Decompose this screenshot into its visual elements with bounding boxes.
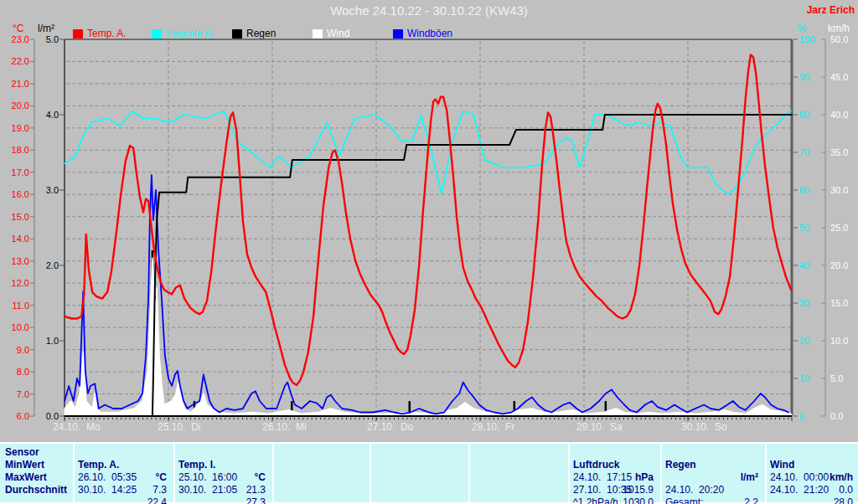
svg-text:10: 10	[799, 373, 809, 383]
svg-text:11.0: 11.0	[12, 301, 29, 311]
svg-text:4.0: 4.0	[46, 110, 59, 120]
svg-text:8.0: 8.0	[17, 367, 29, 377]
svg-text:6.0: 6.0	[17, 411, 29, 421]
max-row: 30.10. 21:05 27.3	[178, 471, 266, 484]
svg-text:15.0: 15.0	[12, 212, 29, 222]
svg-text:100: 100	[799, 34, 814, 44]
weather-week-chart-window: Woche 24.10.22 - 30.10.22 (KW43) Jarz Er…	[0, 0, 858, 504]
svg-text:50.0: 50.0	[830, 34, 848, 44]
max-value: 1030.0	[623, 496, 654, 504]
svg-text:5.0: 5.0	[830, 373, 843, 383]
svg-text:15.0: 15.0	[830, 298, 848, 308]
max-value: 27.3	[246, 496, 266, 504]
x-axis-day-label: 27.10. Do	[367, 421, 413, 433]
svg-text:5.0: 5.0	[46, 34, 59, 44]
svg-text:10.0: 10.0	[830, 336, 848, 346]
svg-text:20.0: 20.0	[12, 100, 29, 111]
avg-row: 25.16	[178, 484, 266, 496]
svg-text:19.0: 19.0	[12, 123, 29, 133]
col-header: Luftdruck hPa	[573, 446, 654, 459]
svg-text:60: 60	[799, 185, 809, 195]
table-col-regen: Regen l/m² 24.10. 20:20 2.2 Gesamt: 4.0	[665, 446, 758, 496]
avg-row: Gesamt: 4.0	[665, 484, 758, 496]
row-label-sensor: Sensor	[5, 446, 70, 459]
table-separator	[568, 444, 570, 502]
svg-text:0.0: 0.0	[46, 411, 59, 421]
table-separator	[660, 444, 662, 502]
max-row: 27.10. 10:35 1030.0	[573, 471, 654, 484]
x-axis-day-label: 30.10. So	[681, 421, 727, 433]
x-axis-day-label: 26.10. Mi	[262, 421, 307, 433]
max-value: 28.0	[834, 496, 853, 504]
avg-row: 13.51	[78, 484, 167, 496]
table-col-temp-i: Temp. I. °C 25.10. 16:00 21.3 30.10. 21:…	[178, 446, 266, 496]
svg-text:80: 80	[799, 110, 809, 120]
x-axis-day-label: 28.10. Fr	[472, 421, 514, 433]
svg-text:23.0: 23.0	[12, 34, 29, 44]
table-col-temp-a: Temp. A. °C 26.10. 05:35 7.3 30.10. 14:2…	[78, 446, 167, 496]
svg-text:22.0: 22.0	[12, 56, 29, 66]
svg-text:13.0: 13.0	[12, 256, 29, 266]
max-row: 24.10. 20:20 2.2	[665, 471, 758, 484]
svg-text:35.0: 35.0	[830, 147, 848, 157]
svg-text:20: 20	[799, 336, 809, 346]
x-axis-day-label: 24.10. Mo	[53, 421, 101, 433]
avg-label: Gesamt:	[665, 496, 703, 504]
col-header: Regen l/m²	[665, 446, 758, 459]
row-label-minwert: MinWert	[5, 459, 70, 471]
svg-text:3.0: 3.0	[46, 185, 59, 195]
table-row-labels: Sensor MinWert MaxWert Durchschnitt	[5, 446, 70, 496]
max-value: 2.2	[744, 496, 758, 504]
svg-text:30: 30	[799, 298, 809, 308]
table-separator	[73, 444, 75, 502]
table-separator	[272, 444, 274, 502]
table-separator	[765, 444, 767, 502]
svg-text:90: 90	[799, 72, 809, 82]
stats-table: Sensor MinWert MaxWert Durchschnitt Temp…	[0, 442, 858, 504]
col-header: Wind km/h	[770, 446, 853, 459]
svg-text:17.0: 17.0	[12, 167, 29, 177]
weather-plot: 23.022.021.020.019.018.017.016.015.014.0…	[0, 0, 858, 442]
max-value: 22.4	[147, 496, 167, 504]
avg-row: ^1.2hPa/h 1023.9	[573, 484, 654, 496]
svg-text:16.0: 16.0	[12, 189, 29, 199]
svg-text:70: 70	[799, 147, 809, 157]
table-separator	[173, 444, 175, 502]
svg-text:45.0: 45.0	[830, 72, 848, 82]
min-row: 25.10. 16:00 21.3	[178, 459, 266, 471]
svg-text:10.0: 10.0	[12, 322, 29, 332]
svg-text:1.0: 1.0	[46, 336, 59, 346]
svg-text:30.0: 30.0	[830, 185, 848, 195]
min-row: 24.10. 17:15 1015.9	[573, 459, 654, 471]
svg-text:18.0: 18.0	[12, 145, 29, 155]
row-label-maxwert: MaxWert	[5, 471, 70, 484]
svg-text:7.0: 7.0	[17, 389, 29, 399]
table-separator	[468, 444, 470, 502]
table-separator	[370, 444, 371, 502]
svg-text:14.0: 14.0	[12, 234, 29, 244]
svg-text:40.0: 40.0	[830, 110, 848, 120]
svg-text:9.0: 9.0	[17, 345, 29, 355]
col-header: Temp. A. °C	[78, 446, 167, 459]
svg-text:40: 40	[799, 260, 809, 270]
max-row: 30.10. 14:25 22.4	[78, 471, 167, 484]
min-row	[665, 459, 758, 471]
svg-text:0: 0	[799, 411, 804, 421]
row-label-durchschnitt: Durchschnitt	[5, 484, 70, 496]
min-row: 24.10. 00:00 0.0	[770, 459, 853, 471]
table-col-wind: Wind km/h 24.10. 00:00 0.0 24.10. 21:20 …	[770, 446, 853, 496]
svg-text:0.0: 0.0	[830, 411, 843, 421]
x-axis-day-label: 25.10. Di	[158, 421, 200, 433]
avg-label: ^1.2hPa/h	[573, 496, 618, 504]
svg-text:20.0: 20.0	[830, 260, 848, 270]
max-row: 24.10. 21:20 28.0	[770, 471, 853, 484]
avg-row: 0.4	[770, 484, 853, 496]
svg-text:12.0: 12.0	[12, 278, 29, 288]
table-col-luftdruck: Luftdruck hPa 24.10. 17:15 1015.9 27.10.…	[573, 446, 654, 496]
svg-text:25.0: 25.0	[830, 223, 848, 233]
x-axis-day-label: 29.10. Sa	[576, 421, 623, 433]
col-header: Temp. I. °C	[178, 446, 266, 459]
min-row: 26.10. 05:35 7.3	[78, 459, 167, 471]
svg-text:50: 50	[799, 223, 809, 233]
svg-text:2.0: 2.0	[46, 260, 59, 270]
